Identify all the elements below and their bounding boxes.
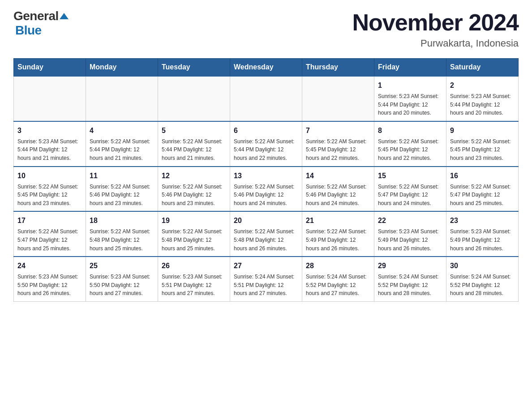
day-info: Sunrise: 5:24 AM Sunset: 5:52 PM Dayligh… [378, 273, 442, 298]
day-info: Sunrise: 5:22 AM Sunset: 5:46 PM Dayligh… [306, 183, 370, 208]
calendar-cell: 23Sunrise: 5:23 AM Sunset: 5:49 PM Dayli… [446, 211, 519, 257]
day-header-saturday: Saturday [446, 59, 519, 77]
day-number: 3 [17, 125, 82, 136]
calendar-cell: 11Sunrise: 5:22 AM Sunset: 5:46 PM Dayli… [86, 167, 158, 212]
day-number: 9 [450, 125, 515, 136]
day-header-wednesday: Wednesday [230, 59, 302, 77]
day-info: Sunrise: 5:22 AM Sunset: 5:44 PM Dayligh… [234, 137, 298, 163]
day-info: Sunrise: 5:23 AM Sunset: 5:44 PM Dayligh… [378, 92, 442, 117]
day-info: Sunrise: 5:22 AM Sunset: 5:46 PM Dayligh… [162, 183, 226, 208]
calendar-cell: 9Sunrise: 5:22 AM Sunset: 5:45 PM Daylig… [446, 121, 519, 167]
day-info: Sunrise: 5:23 AM Sunset: 5:51 PM Dayligh… [162, 273, 226, 298]
day-info: Sunrise: 5:22 AM Sunset: 5:45 PM Dayligh… [450, 137, 515, 163]
day-info: Sunrise: 5:22 AM Sunset: 5:47 PM Dayligh… [450, 183, 515, 208]
day-info: Sunrise: 5:22 AM Sunset: 5:46 PM Dayligh… [234, 183, 298, 208]
day-number: 1 [378, 80, 442, 91]
day-number: 28 [306, 261, 370, 271]
day-number: 18 [90, 215, 154, 226]
day-info: Sunrise: 5:22 AM Sunset: 5:45 PM Dayligh… [378, 137, 442, 163]
logo-general-text: General [13, 9, 59, 23]
day-number: 20 [234, 215, 298, 226]
week-row-2: 3Sunrise: 5:23 AM Sunset: 5:44 PM Daylig… [14, 121, 519, 167]
location-title: Purwakarta, Indonesia [352, 38, 519, 49]
calendar-cell: 1Sunrise: 5:23 AM Sunset: 5:44 PM Daylig… [374, 76, 446, 121]
day-number: 7 [306, 125, 370, 136]
day-info: Sunrise: 5:22 AM Sunset: 5:46 PM Dayligh… [90, 183, 154, 208]
week-row-4: 17Sunrise: 5:22 AM Sunset: 5:47 PM Dayli… [14, 211, 519, 257]
day-info: Sunrise: 5:23 AM Sunset: 5:44 PM Dayligh… [17, 137, 82, 163]
day-info: Sunrise: 5:24 AM Sunset: 5:52 PM Dayligh… [306, 273, 370, 298]
day-info: Sunrise: 5:22 AM Sunset: 5:45 PM Dayligh… [17, 183, 82, 208]
calendar-cell [86, 76, 158, 121]
week-row-3: 10Sunrise: 5:22 AM Sunset: 5:45 PM Dayli… [14, 167, 519, 212]
day-info: Sunrise: 5:22 AM Sunset: 5:48 PM Dayligh… [162, 227, 226, 253]
day-header-thursday: Thursday [302, 59, 374, 77]
calendar-cell: 8Sunrise: 5:22 AM Sunset: 5:45 PM Daylig… [374, 121, 446, 167]
calendar-cell: 16Sunrise: 5:22 AM Sunset: 5:47 PM Dayli… [446, 167, 519, 212]
calendar-cell: 30Sunrise: 5:24 AM Sunset: 5:52 PM Dayli… [446, 257, 519, 301]
calendar-cell: 20Sunrise: 5:22 AM Sunset: 5:48 PM Dayli… [230, 211, 302, 257]
day-number: 19 [162, 215, 226, 226]
week-row-1: 1Sunrise: 5:23 AM Sunset: 5:44 PM Daylig… [14, 76, 519, 121]
calendar-cell: 12Sunrise: 5:22 AM Sunset: 5:46 PM Dayli… [158, 167, 230, 212]
day-number: 4 [90, 125, 154, 136]
day-number: 10 [17, 171, 82, 181]
calendar-cell [230, 76, 302, 121]
calendar-cell: 14Sunrise: 5:22 AM Sunset: 5:46 PM Dayli… [302, 167, 374, 212]
calendar-cell: 18Sunrise: 5:22 AM Sunset: 5:48 PM Dayli… [86, 211, 158, 257]
calendar-cell: 19Sunrise: 5:22 AM Sunset: 5:48 PM Dayli… [158, 211, 230, 257]
day-info: Sunrise: 5:22 AM Sunset: 5:48 PM Dayligh… [234, 227, 298, 253]
calendar-cell: 4Sunrise: 5:22 AM Sunset: 5:44 PM Daylig… [86, 121, 158, 167]
title-section: November 2024 Purwakarta, Indonesia [352, 9, 519, 49]
day-info: Sunrise: 5:22 AM Sunset: 5:48 PM Dayligh… [90, 227, 154, 253]
day-header-friday: Friday [374, 59, 446, 77]
day-number: 11 [90, 171, 154, 181]
calendar-cell: 3Sunrise: 5:23 AM Sunset: 5:44 PM Daylig… [14, 121, 86, 167]
day-number: 15 [378, 171, 442, 181]
day-number: 2 [450, 80, 515, 91]
day-number: 6 [234, 125, 298, 136]
day-number: 25 [90, 261, 154, 271]
day-header-sunday: Sunday [14, 59, 86, 77]
calendar-cell: 6Sunrise: 5:22 AM Sunset: 5:44 PM Daylig… [230, 121, 302, 167]
calendar-cell: 26Sunrise: 5:23 AM Sunset: 5:51 PM Dayli… [158, 257, 230, 301]
day-number: 16 [450, 171, 515, 181]
day-number: 21 [306, 215, 370, 226]
day-info: Sunrise: 5:22 AM Sunset: 5:49 PM Dayligh… [306, 227, 370, 253]
day-info: Sunrise: 5:23 AM Sunset: 5:49 PM Dayligh… [378, 227, 442, 253]
calendar-table: SundayMondayTuesdayWednesdayThursdayFrid… [13, 58, 519, 302]
calendar-cell: 2Sunrise: 5:23 AM Sunset: 5:44 PM Daylig… [446, 76, 519, 121]
calendar-cell: 17Sunrise: 5:22 AM Sunset: 5:47 PM Dayli… [14, 211, 86, 257]
day-number: 13 [234, 171, 298, 181]
calendar-cell: 13Sunrise: 5:22 AM Sunset: 5:46 PM Dayli… [230, 167, 302, 212]
day-info: Sunrise: 5:24 AM Sunset: 5:52 PM Dayligh… [450, 273, 515, 298]
day-number: 30 [450, 261, 515, 271]
day-number: 17 [17, 215, 82, 226]
day-number: 12 [162, 171, 226, 181]
day-number: 14 [306, 171, 370, 181]
logo-triangle-icon [60, 13, 69, 19]
day-number: 22 [378, 215, 442, 226]
day-info: Sunrise: 5:22 AM Sunset: 5:47 PM Dayligh… [378, 183, 442, 208]
day-header-tuesday: Tuesday [158, 59, 230, 77]
day-number: 23 [450, 215, 515, 226]
calendar-cell: 29Sunrise: 5:24 AM Sunset: 5:52 PM Dayli… [374, 257, 446, 301]
day-header-monday: Monday [86, 59, 158, 77]
week-row-5: 24Sunrise: 5:23 AM Sunset: 5:50 PM Dayli… [14, 257, 519, 301]
calendar-cell: 22Sunrise: 5:23 AM Sunset: 5:49 PM Dayli… [374, 211, 446, 257]
day-number: 24 [17, 261, 82, 271]
calendar-cell: 21Sunrise: 5:22 AM Sunset: 5:49 PM Dayli… [302, 211, 374, 257]
day-info: Sunrise: 5:23 AM Sunset: 5:49 PM Dayligh… [450, 227, 515, 253]
calendar-cell [158, 76, 230, 121]
day-number: 8 [378, 125, 442, 136]
calendar-cell [302, 76, 374, 121]
calendar-cell [14, 76, 86, 121]
day-number: 27 [234, 261, 298, 271]
day-info: Sunrise: 5:23 AM Sunset: 5:50 PM Dayligh… [17, 273, 82, 298]
calendar-cell: 27Sunrise: 5:24 AM Sunset: 5:51 PM Dayli… [230, 257, 302, 301]
day-info: Sunrise: 5:23 AM Sunset: 5:50 PM Dayligh… [90, 273, 154, 298]
day-number: 5 [162, 125, 226, 136]
day-info: Sunrise: 5:24 AM Sunset: 5:51 PM Dayligh… [234, 273, 298, 298]
day-info: Sunrise: 5:22 AM Sunset: 5:44 PM Dayligh… [162, 137, 226, 163]
day-number: 26 [162, 261, 226, 271]
